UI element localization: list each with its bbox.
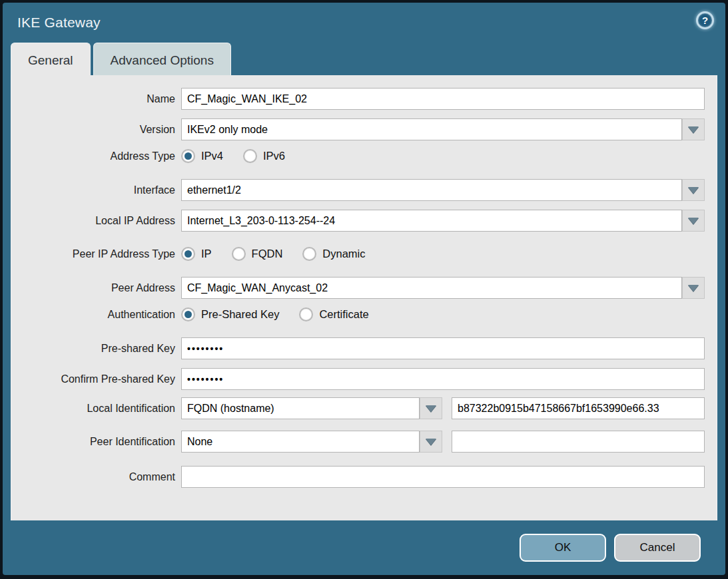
tab-bar: General Advanced Options: [3, 43, 725, 75]
name-row: Name: [19, 88, 705, 110]
comment-input[interactable]: [181, 466, 705, 488]
local-ip-dropdown-button[interactable]: [682, 210, 705, 232]
peer-identification-dropdown-button[interactable]: [420, 431, 442, 453]
peer-identification-type-select[interactable]: [181, 431, 420, 453]
chevron-down-icon: [426, 439, 436, 445]
interface-label: Interface: [19, 184, 181, 196]
radio-ip-label: IP: [201, 248, 212, 260]
peer-ip-type-row: Peer IP Address Type IP FQDN Dynamic: [19, 247, 705, 261]
radio-dynamic[interactable]: Dynamic: [302, 247, 365, 261]
preshared-key-label: Pre-shared Key: [19, 343, 181, 355]
radio-pre-shared-key-label: Pre-Shared Key: [201, 308, 279, 321]
interface-dropdown-button[interactable]: [682, 179, 705, 201]
radio-pre-shared-key-control[interactable]: [181, 307, 195, 321]
radio-ipv6-control[interactable]: [243, 149, 257, 163]
chevron-down-icon: [688, 187, 699, 194]
address-type-label: Address Type: [19, 150, 181, 162]
interface-row: Interface: [19, 179, 705, 201]
chevron-down-icon: [688, 126, 699, 133]
peer-ip-type-label: Peer IP Address Type: [19, 248, 181, 260]
local-ip-select[interactable]: [181, 210, 682, 232]
question-mark-icon[interactable]: ?: [696, 11, 714, 29]
peer-identification-row: Peer Identification: [19, 431, 705, 453]
dialog-chrome: IKE Gateway ? General Advanced Options N…: [3, 3, 725, 575]
address-type-row: Address Type IPv4 IPv6: [19, 149, 705, 163]
radio-ipv4-control[interactable]: [181, 149, 195, 163]
preshared-key-row: Pre-shared Key: [19, 337, 705, 359]
radio-ipv6[interactable]: IPv6: [243, 149, 285, 163]
peer-identification-value-input[interactable]: [452, 431, 705, 453]
radio-certificate[interactable]: Certificate: [299, 307, 368, 321]
radio-fqdn[interactable]: FQDN: [232, 247, 283, 261]
local-identification-row: Local Identification: [19, 397, 705, 419]
cancel-button[interactable]: Cancel: [614, 534, 701, 562]
peer-address-row: Peer Address: [19, 277, 705, 299]
peer-address-dropdown-button[interactable]: [682, 277, 705, 299]
chevron-down-icon: [688, 218, 699, 224]
version-row: Version: [19, 118, 705, 140]
version-label: Version: [19, 124, 181, 136]
radio-dynamic-label: Dynamic: [322, 248, 365, 260]
ike-gateway-dialog: IKE Gateway ? General Advanced Options N…: [0, 0, 728, 579]
dialog-footer: OK Cancel: [3, 520, 725, 575]
name-input[interactable]: [181, 88, 705, 110]
peer-address-select[interactable]: [181, 277, 682, 299]
general-tab-panel: Name Version Address Type: [11, 75, 717, 520]
preshared-key-input[interactable]: [181, 337, 705, 359]
radio-certificate-label: Certificate: [319, 308, 368, 321]
chevron-down-icon: [426, 405, 436, 412]
confirm-preshared-key-input[interactable]: [181, 368, 705, 390]
tab-advanced-options[interactable]: Advanced Options: [93, 43, 231, 75]
radio-pre-shared-key[interactable]: Pre-Shared Key: [181, 307, 279, 321]
local-ip-row: Local IP Address: [19, 210, 705, 232]
local-identification-type-select[interactable]: [181, 397, 420, 419]
confirm-preshared-key-row: Confirm Pre-shared Key: [19, 368, 705, 390]
radio-ip[interactable]: IP: [181, 247, 212, 261]
authentication-row: Authentication Pre-Shared Key Certificat…: [19, 307, 705, 321]
radio-ipv4[interactable]: IPv4: [181, 149, 223, 163]
radio-ip-control[interactable]: [181, 247, 195, 261]
radio-fqdn-control[interactable]: [232, 247, 246, 261]
comment-label: Comment: [19, 471, 181, 483]
radio-dynamic-control[interactable]: [302, 247, 316, 261]
peer-address-label: Peer Address: [19, 282, 181, 294]
tab-general[interactable]: General: [11, 43, 91, 75]
chevron-down-icon: [688, 285, 699, 291]
local-identification-value-input[interactable]: [452, 397, 705, 419]
confirm-preshared-key-label: Confirm Pre-shared Key: [19, 373, 181, 385]
peer-identification-label: Peer Identification: [19, 436, 181, 448]
dialog-title: IKE Gateway: [17, 15, 101, 31]
radio-ipv4-label: IPv4: [201, 150, 223, 162]
local-ip-label: Local IP Address: [19, 215, 181, 227]
version-dropdown-button[interactable]: [682, 118, 705, 140]
local-identification-dropdown-button[interactable]: [420, 397, 442, 419]
ok-button[interactable]: OK: [520, 534, 606, 562]
version-select[interactable]: [181, 118, 682, 140]
name-label: Name: [19, 93, 181, 105]
local-identification-label: Local Identification: [19, 403, 181, 415]
comment-row: Comment: [19, 466, 705, 488]
radio-certificate-control[interactable]: [299, 307, 313, 321]
radio-fqdn-label: FQDN: [252, 248, 283, 260]
authentication-label: Authentication: [19, 309, 181, 321]
title-bar: IKE Gateway ?: [3, 3, 725, 43]
radio-ipv6-label: IPv6: [263, 150, 285, 162]
interface-select[interactable]: [181, 179, 682, 201]
